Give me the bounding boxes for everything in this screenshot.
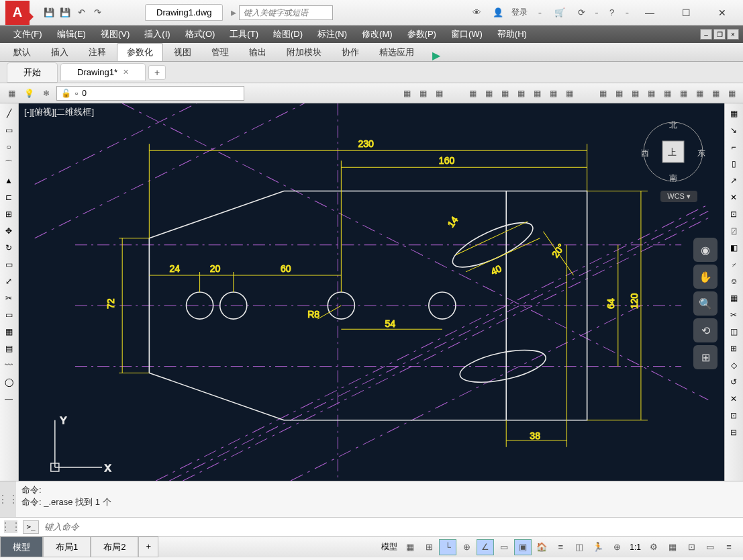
ellipse-icon[interactable]: ◯ [1, 375, 16, 389]
mod-icon[interactable]: ⌐ [726, 140, 741, 154]
search-icon[interactable]: 👁 [468, 5, 485, 20]
ribbon-tab-featured[interactable]: 精选应用 [370, 44, 424, 61]
viewcube[interactable]: 北 南 西 东 上 [641, 120, 705, 184]
ribbon-tab-home[interactable]: 默认 [4, 44, 40, 61]
tool-icon[interactable]: ▦ [660, 86, 675, 101]
mod-icon[interactable]: ⊡ [726, 408, 741, 423]
mod-icon[interactable]: ↺ [726, 375, 741, 389]
mod-icon[interactable]: ↘ [726, 123, 741, 138]
layer-freeze-icon[interactable]: ❄ [39, 86, 54, 101]
pan-icon[interactable]: ✋ [693, 265, 717, 289]
tool-icon[interactable]: ▦ [708, 86, 723, 101]
status-model-label[interactable]: 模型 [379, 541, 400, 553]
tool-icon[interactable]: ▦ [611, 86, 626, 101]
wcs-label[interactable]: WCS ▾ [660, 191, 697, 202]
menu-tools[interactable]: 工具(T) [223, 26, 265, 42]
mod-icon[interactable]: ✕ [726, 190, 741, 205]
mod-icon[interactable]: ✕ [726, 391, 741, 406]
lineweight-icon[interactable]: ≡ [552, 539, 569, 555]
menu-parametric[interactable]: 参数(P) [401, 26, 443, 42]
tool-icon[interactable]: ▦ [530, 86, 544, 101]
mdi-close[interactable]: × [727, 29, 739, 40]
mod-icon[interactable]: ◫ [726, 324, 741, 339]
ribbon-tab-manage[interactable]: 管理 [202, 44, 238, 61]
mdi-minimize[interactable]: – [700, 29, 712, 40]
undo-icon[interactable]: ↶ [74, 5, 89, 20]
isolate-icon[interactable]: ▦ [664, 539, 681, 555]
tool-icon[interactable]: ▦ [676, 86, 691, 101]
mod-icon[interactable]: ⍁ [726, 224, 741, 238]
orbit-icon[interactable]: ⟲ [693, 318, 717, 342]
mod-icon[interactable]: ▦ [726, 291, 741, 306]
tool-icon[interactable]: ▦ [562, 86, 577, 101]
mod-icon[interactable]: ▦ [726, 106, 741, 121]
menu-insert[interactable]: 插入(I) [138, 26, 177, 42]
mod-icon[interactable]: ⎊ [726, 274, 741, 289]
mod-icon[interactable]: ⊞ [726, 341, 741, 356]
menu-format[interactable]: 格式(O) [179, 26, 222, 42]
scissors-icon[interactable]: ✂ [1, 291, 16, 306]
mod-icon[interactable]: ⊟ [726, 425, 741, 440]
layout-tab-layout2[interactable]: 布局2 [91, 536, 138, 557]
doc-tab-drawing1[interactable]: Drawing1* ✕ [60, 63, 146, 81]
doc-tab-start[interactable]: 开始 [7, 62, 58, 83]
tool-icon[interactable]: ▦ [692, 86, 707, 101]
circle-icon[interactable]: ○ [1, 140, 16, 154]
tab-close-icon[interactable]: ✕ [123, 68, 129, 77]
cart-icon[interactable]: 🛒 [552, 5, 568, 20]
spline-icon[interactable]: 〰 [1, 358, 16, 373]
layer-state-icon[interactable]: 💡 [21, 86, 36, 101]
layout-tab-add[interactable]: + [138, 536, 158, 557]
cmd-handle-icon[interactable]: ⋮⋮ [0, 481, 16, 517]
save-icon[interactable]: 💾 [42, 5, 56, 20]
grid-mode-icon[interactable]: ⊞ [420, 539, 438, 555]
login-icon[interactable]: 👤 [490, 5, 506, 20]
close-button[interactable]: ✕ [707, 3, 738, 23]
viewport-label[interactable]: [-][俯视][二维线框] [24, 106, 94, 118]
tool-group-icon[interactable]: ▦ [415, 86, 430, 101]
menu-edit[interactable]: 编辑(E) [50, 26, 93, 42]
tool-icon[interactable]: ▦ [644, 86, 658, 101]
tool-group-icon[interactable]: ▦ [399, 86, 414, 101]
cmd-handle-icon[interactable]: ⋮⋮ [4, 520, 17, 533]
rotate-icon[interactable]: ↻ [1, 240, 16, 255]
tool-icon[interactable]: ▦ [595, 86, 610, 101]
menu-modify[interactable]: 修改(M) [355, 26, 399, 42]
trim-icon[interactable]: ▭ [1, 257, 16, 272]
ortho-icon[interactable]: └ [439, 539, 456, 555]
ribbon-tab-parametric[interactable]: 参数化 [117, 43, 163, 61]
layer-dropdown[interactable]: 🔓 ▫ 0 [56, 86, 244, 101]
mirror-icon[interactable]: ▲ [1, 173, 16, 188]
zoom-icon[interactable]: 🔍 [693, 291, 717, 316]
exchange-icon[interactable]: ⟳ [573, 5, 589, 20]
polyline-icon[interactable]: — [1, 391, 16, 406]
drawing-canvas[interactable]: [-][俯视][二维线框] [19, 103, 724, 481]
polar-icon[interactable]: ⊕ [458, 539, 475, 555]
ribbon-tab-view[interactable]: 视图 [164, 44, 201, 61]
mod-icon[interactable]: ⌿ [726, 257, 741, 272]
hatch-icon[interactable]: ▤ [1, 341, 16, 356]
command-input[interactable] [44, 522, 739, 532]
tool-icon[interactable]: ▦ [628, 86, 642, 101]
save-as-icon[interactable]: 💾 [58, 5, 72, 20]
rect-icon[interactable]: ▭ [1, 123, 16, 138]
mod-icon[interactable]: ◧ [726, 240, 741, 255]
tool-icon[interactable]: ▦ [481, 86, 496, 101]
mdi-restore[interactable]: ❐ [713, 29, 726, 40]
layout-tab-layout1[interactable]: 布局1 [43, 536, 91, 557]
scale-icon[interactable]: ⤢ [1, 274, 16, 289]
mod-icon[interactable]: ◇ [726, 358, 741, 373]
menu-view[interactable]: 视图(V) [94, 26, 136, 42]
minimize-button[interactable]: — [634, 3, 665, 23]
gear-icon[interactable]: ⚙ [645, 539, 662, 555]
3dosnap-icon[interactable]: 🏠 [533, 539, 550, 555]
grid-nav-icon[interactable]: ⊞ [693, 345, 717, 369]
otrack-icon[interactable]: ▭ [495, 539, 513, 555]
stretch-icon[interactable]: ⊏ [1, 190, 16, 205]
menu-icon[interactable]: ≡ [720, 539, 738, 555]
command-history[interactable]: ⋮⋮ 命令: 命令: _.erase 找到 1 个 [0, 481, 743, 517]
hardware-icon[interactable]: ⊡ [683, 539, 700, 555]
maximize-button[interactable]: ☐ [671, 3, 701, 23]
tool-icon[interactable]: ▦ [513, 86, 528, 101]
ribbon-tab-insert[interactable]: 插入 [42, 44, 78, 61]
